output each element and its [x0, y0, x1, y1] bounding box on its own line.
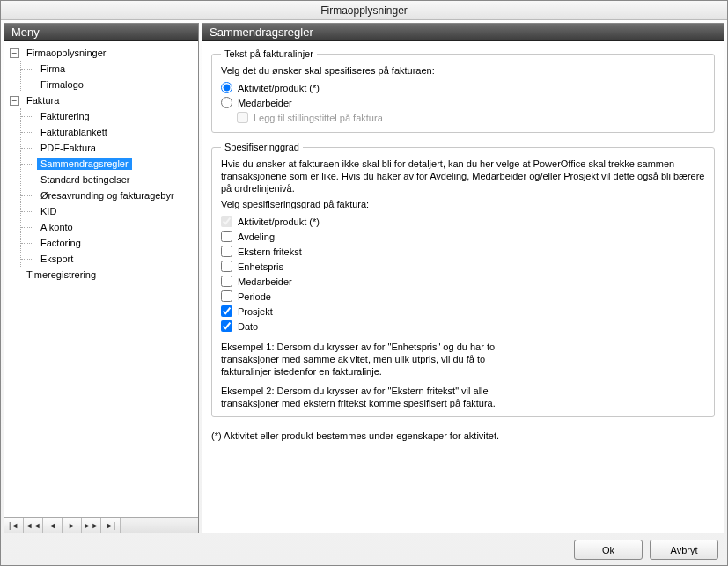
nav-prev-page-button[interactable]: ◄◄ — [24, 518, 43, 533]
radio-label: Aktivitet/produkt (*) — [238, 83, 320, 93]
checkbox-input[interactable] — [221, 246, 232, 257]
check-enhetspris[interactable]: Enhetspris — [221, 259, 705, 274]
check-avdeling[interactable]: Avdeling — [221, 229, 705, 244]
nav-last-button[interactable]: ►| — [101, 518, 121, 533]
check-aktivitet-produkt: Aktivitet/produkt (*) — [221, 214, 705, 229]
checkbox-input[interactable] — [221, 261, 232, 272]
tree-label: Firmaopplysninger — [23, 47, 109, 59]
tree-row-firmaopplysninger[interactable]: − Firmaopplysninger — [6, 45, 198, 61]
tree-label: Firma — [37, 62, 69, 75]
tree-row-pdf-faktura[interactable]: PDF-Faktura — [33, 140, 198, 156]
nav-first-button[interactable]: |◄ — [4, 518, 24, 533]
checkbox-label: Dato — [238, 321, 258, 332]
checkbox-label: Medarbeider — [238, 276, 292, 287]
tree-label: Eksport — [37, 253, 77, 265]
window-title: Firmaopplysninger — [1, 1, 727, 20]
expander-icon[interactable]: − — [10, 96, 19, 106]
group-tekst-pa-fakturalinjer: Tekst på fakturalinjer Velg det du ønske… — [211, 48, 715, 133]
dialog-button-row: Ok Avbryt — [1, 533, 727, 565]
checkbox-input[interactable] — [221, 305, 232, 317]
nav-tree: − Firmaopplysninger Firma — [4, 41, 198, 286]
menu-panel-body: − Firmaopplysninger Firma — [4, 41, 198, 517]
radio-aktivitet-produkt[interactable]: Aktivitet/produkt (*) — [221, 80, 705, 95]
tree-row-a-konto[interactable]: A konto — [33, 219, 198, 235]
tree-row-eksport[interactable]: Eksport — [33, 251, 198, 267]
tree-row-firma[interactable]: Firma — [33, 61, 198, 77]
tree-node-firmaopplysninger: − Firmaopplysninger Firma — [6, 45, 198, 92]
tree-label: A konto — [37, 221, 77, 233]
menu-panel: Meny − Firmaopplysninger — [4, 23, 199, 533]
radio-input[interactable] — [221, 82, 232, 93]
tree-label: Øresavrunding og fakturagebyr — [37, 189, 178, 202]
example-1: Eksempel 1: Dersom du krysser av for "En… — [221, 341, 538, 378]
tree-label: Timeregistrering — [23, 268, 99, 281]
group-spesifiseringgrad: Spesifiseringgrad Hvis du ønsker at fakt… — [211, 142, 715, 417]
checkbox-label: Legg til stillingstittel på faktura — [254, 113, 383, 123]
tree-label: KID — [37, 205, 60, 217]
check-medarbeider[interactable]: Medarbeider — [221, 274, 705, 289]
footnote: (*) Aktivitet eller produkt bestemmes un… — [211, 430, 715, 442]
menu-panel-header: Meny — [4, 24, 198, 41]
tree-row-firmalogo[interactable]: Firmalogo — [33, 77, 198, 92]
nav-prev-button[interactable]: ◄ — [43, 518, 63, 533]
group1-prompt: Velg det du ønsker skal spesifiseres på … — [221, 64, 705, 77]
checkbox-label: Enhetspris — [238, 261, 283, 272]
dialog-body: Meny − Firmaopplysninger — [1, 20, 727, 533]
tree-label: Standard betingelser — [37, 173, 134, 186]
detail-content: Tekst på fakturalinjer Velg det du ønske… — [202, 41, 724, 449]
tree-label: Firmalogo — [37, 78, 87, 91]
checkbox-label: Prosjekt — [238, 306, 273, 317]
tree-row-faktura[interactable]: − Faktura — [6, 92, 198, 108]
tree-label: Sammendragsregler — [37, 158, 132, 170]
tree-row-kid[interactable]: KID — [33, 203, 198, 219]
group2-prompt: Velg spesifiseringsgrad på faktura: — [221, 198, 705, 210]
nav-next-button[interactable]: ► — [63, 518, 82, 533]
check-prosjekt[interactable]: Prosjekt — [221, 304, 705, 319]
dialog-window: Firmaopplysninger Meny − Firmaopplysning… — [0, 0, 728, 566]
ok-button[interactable]: Ok — [574, 540, 643, 560]
tree-row-timeregistrering[interactable]: Timeregistrering — [6, 267, 198, 283]
checkbox-label: Periode — [238, 291, 271, 302]
checkbox-label: Aktivitet/produkt (*) — [238, 217, 320, 227]
checkbox-label: Avdeling — [238, 232, 275, 242]
checkbox-input[interactable] — [221, 231, 232, 242]
tree-label: Fakturering — [37, 110, 93, 122]
check-ekstern-fritekst[interactable]: Ekstern fritekst — [221, 244, 705, 259]
detail-panel: Sammendragsregler Tekst på fakturalinjer… — [202, 23, 724, 533]
expander-icon[interactable]: − — [10, 48, 19, 58]
checkbox-input[interactable] — [221, 320, 232, 332]
group2-intro: Hvis du ønsker at fakturaen ikke skal bl… — [221, 158, 705, 195]
tree-row-fakturablankett[interactable]: Fakturablankett — [33, 124, 198, 140]
cancel-button[interactable]: Avbryt — [650, 540, 718, 560]
check-dato[interactable]: Dato — [221, 319, 705, 334]
tree-node-firmalogo: Firmalogo — [21, 77, 198, 92]
tree-node-faktura: − Faktura Fakturering Fakturablankett PD… — [6, 92, 198, 267]
tree-row-factoring[interactable]: Factoring — [33, 235, 198, 251]
tree-node-firma: Firma — [21, 61, 198, 77]
tree-row-oresavrunding[interactable]: Øresavrunding og fakturagebyr — [33, 187, 198, 203]
tree-label: PDF-Faktura — [37, 142, 99, 154]
radio-input[interactable] — [221, 97, 232, 108]
group-legend: Spesifiseringgrad — [221, 142, 303, 152]
checkbox-label: Ekstern fritekst — [238, 246, 302, 257]
check-stillingstittel: Legg til stillingstittel på faktura — [237, 110, 705, 125]
detail-panel-header: Sammendragsregler — [202, 24, 724, 41]
radio-label: Medarbeider — [238, 98, 292, 108]
tree-label: Factoring — [37, 237, 85, 249]
tree-row-fakturering[interactable]: Fakturering — [33, 108, 198, 124]
radio-medarbeider[interactable]: Medarbeider — [221, 95, 705, 110]
detail-panel-body: Tekst på fakturalinjer Velg det du ønske… — [202, 41, 724, 533]
checkbox-input[interactable] — [221, 276, 232, 287]
tree-label: Fakturablankett — [37, 126, 111, 138]
tree-label: Faktura — [23, 94, 63, 107]
tree-node-timeregistrering: Timeregistrering — [6, 267, 198, 283]
checkbox-input[interactable] — [221, 290, 232, 302]
tree-row-sammendragsregler[interactable]: Sammendragsregler — [33, 156, 198, 172]
nav-next-page-button[interactable]: ►► — [82, 518, 101, 533]
record-navigator: |◄ ◄◄ ◄ ► ►► ►| — [4, 517, 198, 533]
tree-row-standard-betingelser[interactable]: Standard betingelser — [33, 172, 198, 187]
example-2: Eksempel 2: Dersom du krysser av for "Ek… — [221, 385, 538, 409]
checkbox-input — [237, 112, 248, 123]
group-legend: Tekst på fakturalinjer — [221, 48, 317, 59]
check-periode[interactable]: Periode — [221, 289, 705, 304]
